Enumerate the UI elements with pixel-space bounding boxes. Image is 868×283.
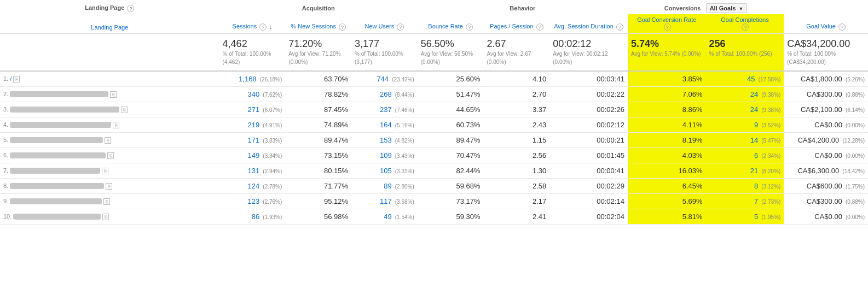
copy-url-icon[interactable]: ⎘: [110, 91, 117, 98]
col-header-landing-page: Landing Page: [0, 14, 219, 33]
pages-session-help-icon[interactable]: ?: [536, 23, 543, 31]
goal-comp-value[interactable]: 7: [754, 197, 758, 205]
goal-value-help-icon[interactable]: ?: [838, 23, 846, 31]
bounce-rate-value: 51.47%: [456, 90, 480, 98]
goal-comp-value[interactable]: 24: [750, 90, 758, 98]
goal-value-amount: CA$300.00: [807, 197, 842, 205]
sessions-value[interactable]: 131: [247, 167, 259, 175]
pct-new-sessions-value: 89.47%: [324, 136, 348, 144]
new-users-pct: (2.80%): [395, 184, 414, 190]
goal-comp-value[interactable]: 24: [750, 105, 758, 114]
blurred-page-url: [10, 137, 103, 143]
goal-conv-help-icon[interactable]: ?: [664, 23, 671, 31]
dropdown-arrow-icon: ▼: [738, 6, 743, 11]
goal-value-pct: (0.88%): [846, 92, 865, 98]
goal-conv-cell: 8.19%: [628, 132, 706, 148]
goal-conv-cell: 16.03%: [628, 163, 706, 178]
pct-new-sessions-cell: 80.15%: [285, 163, 351, 178]
table-row: 9. ⎘ 123 (2.76%) 95.12% 117 (3.68%) 73.1…: [0, 193, 868, 209]
avg-session-cell: 00:02:26: [549, 102, 628, 117]
conversions-section-label: Conversions All Goals ▼: [628, 0, 784, 14]
sessions-value[interactable]: 86: [252, 213, 259, 221]
avg-session-value: 00:02:14: [597, 197, 624, 205]
copy-url-icon[interactable]: ⎘: [113, 122, 119, 128]
new-users-value[interactable]: 117: [380, 197, 392, 205]
goal-comp-value[interactable]: 8: [754, 182, 758, 190]
sessions-pct: (2.76%): [263, 199, 282, 205]
all-goals-dropdown[interactable]: All Goals ▼: [706, 3, 748, 13]
bounce-rate-help-icon[interactable]: ?: [466, 23, 473, 31]
sessions-value[interactable]: 219: [247, 121, 259, 129]
sessions-value[interactable]: 340: [247, 90, 259, 98]
copy-url-icon[interactable]: ⎘: [103, 198, 110, 205]
copy-url-icon[interactable]: ⎘: [107, 152, 114, 159]
sessions-help-icon[interactable]: ?: [259, 23, 267, 31]
goal-comp-value[interactable]: 6: [754, 151, 758, 160]
bounce-rate-cell: 73.17%: [418, 193, 484, 209]
goal-comp-cell: 6 (2.34%): [706, 148, 784, 163]
new-users-value[interactable]: 49: [384, 213, 391, 221]
blurred-page-url: [10, 91, 108, 97]
goal-comp-pct: (5.47%): [761, 138, 780, 144]
new-users-cell: 153 (4.82%): [351, 132, 418, 148]
goal-conv-cell: 4.11%: [628, 117, 706, 132]
goal-comp-value[interactable]: 45: [747, 75, 755, 83]
goal-value-amount: CA$6,300.00: [797, 167, 839, 175]
goal-conv-cell: 8.86%: [628, 102, 706, 117]
sessions-cell: 149 (3.34%): [219, 148, 286, 163]
row-number: 4.: [3, 121, 8, 128]
bounce-rate-cell: 25.60%: [418, 71, 484, 87]
bounce-rate-value: 82.44%: [456, 167, 480, 175]
copy-url-icon[interactable]: ⎘: [102, 168, 108, 174]
goal-comp-value[interactable]: 9: [754, 121, 758, 129]
new-users-value[interactable]: 153: [380, 136, 392, 144]
pct-new-sessions-value: 73.15%: [324, 151, 348, 160]
sessions-value[interactable]: 149: [247, 151, 259, 160]
goal-comp-value[interactable]: 5: [754, 213, 758, 221]
bounce-rate-cell: 82.44%: [418, 163, 484, 178]
goal-comp-help-icon[interactable]: ?: [742, 23, 749, 31]
goal-comp-cell: 9 (3.52%): [706, 117, 784, 132]
goal-comp-pct: (1.95%): [761, 214, 780, 220]
pct-new-sessions-value: 56.98%: [324, 213, 348, 221]
bounce-rate-cell: 59.68%: [418, 178, 484, 193]
copy-url-icon[interactable]: ⎘: [13, 76, 20, 82]
new-users-value[interactable]: 744: [377, 75, 389, 83]
new-users-value[interactable]: 237: [380, 105, 392, 114]
blurred-page-url: [10, 183, 104, 189]
goal-value-pct: (5.26%): [846, 76, 865, 82]
sessions-pct: (26.18%): [260, 76, 282, 82]
landing-page-cell: 9. ⎘: [0, 193, 219, 209]
sessions-sort-icon[interactable]: ↓: [269, 24, 272, 30]
goal-conv-value: 8.19%: [682, 136, 703, 144]
sessions-value[interactable]: 271: [247, 105, 259, 114]
copy-url-icon[interactable]: ⎘: [106, 183, 112, 190]
avg-session-value: 00:01:45: [597, 151, 624, 160]
copy-url-icon[interactable]: ⎘: [105, 137, 111, 144]
avg-session-value: 00:00:21: [597, 136, 624, 144]
goal-comp-value[interactable]: 14: [750, 136, 758, 144]
landing-page-help-icon[interactable]: ?: [127, 5, 134, 12]
avg-session-help-icon[interactable]: ?: [616, 23, 623, 31]
new-users-help-icon[interactable]: ?: [397, 23, 404, 31]
goal-comp-value[interactable]: 21: [750, 167, 758, 175]
pages-session-cell: 2.17: [484, 193, 550, 209]
new-users-value[interactable]: 164: [380, 121, 392, 129]
new-users-value[interactable]: 109: [380, 151, 392, 160]
copy-url-icon[interactable]: ⎘: [121, 107, 128, 113]
page-url-link[interactable]: /: [10, 75, 11, 82]
sessions-value[interactable]: 171: [247, 136, 259, 144]
sessions-value[interactable]: 123: [247, 197, 259, 205]
sessions-value[interactable]: 124: [247, 182, 259, 190]
goal-comp-pct: (2.34%): [761, 153, 780, 159]
new-users-value[interactable]: 105: [380, 167, 392, 175]
sessions-cell: 123 (2.76%): [219, 193, 286, 209]
sessions-value[interactable]: 1,168: [239, 75, 257, 83]
avg-session-cell: 00:00:41: [549, 163, 628, 178]
goal-conv-value: 4.03%: [682, 151, 703, 160]
pct-new-sessions-help-icon[interactable]: ?: [339, 23, 346, 31]
new-users-value[interactable]: 268: [380, 90, 392, 98]
new-users-value[interactable]: 89: [384, 182, 391, 190]
avg-session-cell: 00:02:04: [549, 209, 628, 224]
copy-url-icon[interactable]: ⎘: [102, 214, 109, 220]
